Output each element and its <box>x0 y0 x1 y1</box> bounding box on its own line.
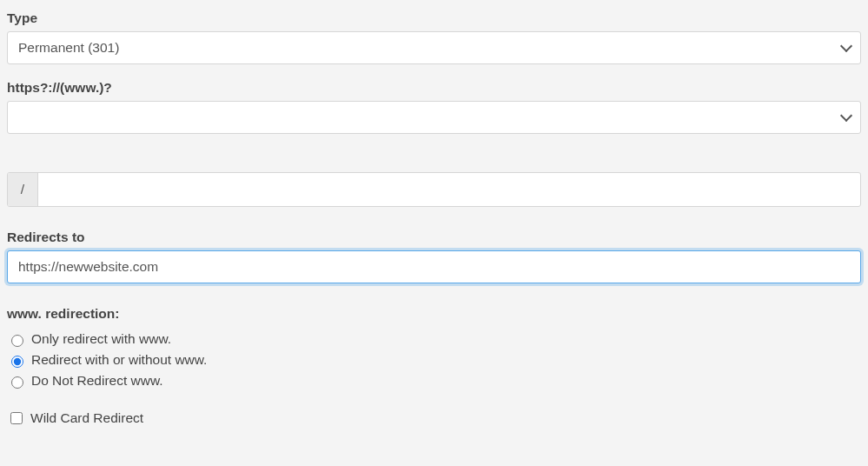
radio-option-label: Only redirect with www. <box>31 331 171 347</box>
chevron-down-icon <box>841 43 851 53</box>
www-option-only-with-www[interactable]: Only redirect with www. <box>7 329 861 350</box>
domain-select[interactable] <box>7 101 861 134</box>
type-select-value: Permanent (301) <box>18 40 119 56</box>
type-select[interactable]: Permanent (301) <box>7 31 861 64</box>
www-option-do-not-redirect[interactable]: Do Not Redirect www. <box>7 370 861 391</box>
radio-input[interactable] <box>11 376 23 389</box>
path-prefix: / <box>8 173 38 206</box>
checkbox-label: Wild Card Redirect <box>30 410 143 426</box>
wildcard-redirect[interactable]: Wild Card Redirect <box>7 407 861 429</box>
redirects-to-input[interactable] <box>7 250 861 283</box>
radio-input[interactable] <box>11 356 23 368</box>
type-label: Type <box>7 10 861 26</box>
checkbox-input[interactable] <box>10 412 23 424</box>
chevron-down-icon <box>841 112 851 123</box>
redirects-to-label: Redirects to <box>7 230 861 245</box>
path-input[interactable] <box>38 173 860 206</box>
radio-option-label: Redirect with or without www. <box>31 352 207 368</box>
www-redirection-label: www. redirection: <box>7 306 861 322</box>
www-option-with-or-without[interactable]: Redirect with or without www. <box>7 350 861 370</box>
domain-label: https?://(www.)? <box>7 80 861 96</box>
radio-input[interactable] <box>11 335 23 347</box>
path-row: / <box>7 172 861 207</box>
radio-option-label: Do Not Redirect www. <box>31 373 163 389</box>
